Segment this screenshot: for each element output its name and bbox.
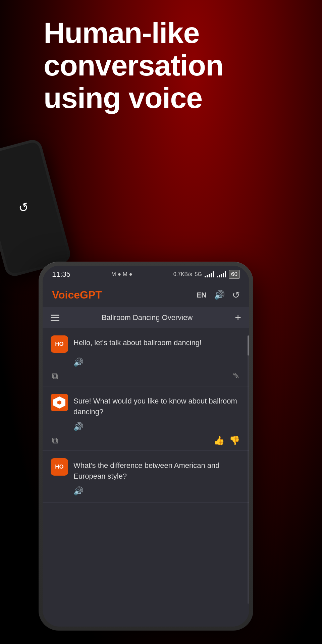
menu-button[interactable] — [51, 315, 59, 321]
speaker-row-1: 🔊 — [51, 356, 241, 369]
carrier-icons: M ● M ● — [111, 271, 132, 278]
edit-icon-1[interactable]: ✎ — [232, 371, 240, 381]
network-type: 5G — [195, 271, 202, 277]
user-avatar-1: HO — [51, 335, 68, 353]
msg-action-left-1: ⧉ — [52, 371, 58, 381]
menu-line-1 — [51, 315, 59, 316]
speaker-row-2: 🔊 — [51, 421, 241, 433]
copy-icon-1[interactable]: ⧉ — [52, 371, 58, 381]
message-row-3: HO What's the difference between America… — [51, 458, 241, 482]
speaker-icon-3[interactable]: 🔊 — [73, 486, 84, 495]
message-block-2: Sure! What would you like to know about … — [43, 386, 249, 451]
speaker-icon-2[interactable]: 🔊 — [73, 422, 84, 431]
msg-action-right-2: 👍 👎 — [214, 435, 240, 446]
menu-line-3 — [51, 320, 59, 321]
speaker-row-3: 🔊 — [51, 485, 241, 498]
thumbup-icon-2[interactable]: 👍 — [214, 435, 224, 446]
status-time: 11:35 — [52, 270, 70, 279]
copy-icon-2[interactable]: ⧉ — [52, 435, 58, 446]
message-block-3: HO What's the difference between America… — [43, 451, 249, 503]
status-right: 0.7KB/s 5G 60 — [173, 270, 240, 279]
hero-text: Human-like conversation using voice — [44, 17, 302, 114]
msg-action-left-2: ⧉ — [52, 435, 58, 446]
scrollbar-track — [248, 335, 249, 604]
message-text-3: What's the difference between American a… — [73, 458, 241, 482]
network-speed: 0.7KB/s — [173, 271, 192, 277]
scrollbar[interactable] — [247, 329, 249, 597]
hero-line1: Human-like — [44, 16, 199, 49]
chat-area[interactable]: HO Hello, let's talk about ballroom danc… — [43, 328, 249, 627]
battery-indicator: 60 — [229, 270, 240, 279]
msg-actions-2: ⧉ 👍 👎 — [51, 433, 241, 446]
refresh-icon[interactable]: ↺ — [232, 289, 240, 301]
msg-action-right-1: ✎ — [232, 371, 240, 381]
message-row-2: Sure! What would you like to know about … — [51, 394, 241, 417]
message-row-1: HO Hello, let's talk about ballroom danc… — [51, 335, 241, 353]
speaker-icon-1[interactable]: 🔊 — [73, 358, 84, 367]
signal-bars-icon — [205, 271, 214, 277]
msg-actions-1: ⧉ ✎ — [51, 369, 241, 381]
header-actions: EN 🔊 ↺ — [196, 289, 240, 301]
ai-avatar-inner — [53, 396, 65, 409]
status-icons: M ● M ● — [111, 271, 132, 278]
phone-main: 11:35 M ● M ● 0.7KB/s 5G — [39, 262, 253, 631]
phone-screen: 11:35 M ● M ● 0.7KB/s 5G — [43, 266, 249, 627]
hero-line2: conversation — [44, 49, 223, 82]
message-text-2: Sure! What would you like to know about … — [73, 394, 241, 417]
conv-title-bar: Ballroom Dancing Overview + — [43, 307, 249, 328]
app-title: VoiceGPT — [52, 289, 102, 301]
status-bar: 11:35 M ● M ● 0.7KB/s 5G — [43, 266, 249, 283]
user-avatar-3: HO — [51, 458, 68, 476]
message-text-1: Hello, let's talk about ballroom dancing… — [73, 335, 241, 348]
message-block-1: HO Hello, let's talk about ballroom danc… — [43, 328, 249, 386]
language-selector[interactable]: EN — [196, 291, 207, 300]
app-header: VoiceGPT EN 🔊 ↺ — [43, 283, 249, 307]
thumbdown-icon-2[interactable]: 👎 — [229, 435, 240, 446]
menu-line-2 — [51, 317, 59, 318]
scrollbar-thumb — [248, 335, 249, 356]
ai-avatar-dot — [57, 400, 61, 405]
signal-bars2-icon — [217, 271, 226, 277]
conversation-title: Ballroom Dancing Overview — [102, 313, 193, 322]
new-conversation-button[interactable]: + — [235, 312, 241, 324]
left-phone-refresh-icon: ↺ — [17, 200, 30, 216]
ai-avatar-2 — [51, 394, 68, 411]
volume-icon[interactable]: 🔊 — [214, 290, 225, 300]
hero-line3: using voice — [44, 81, 202, 114]
